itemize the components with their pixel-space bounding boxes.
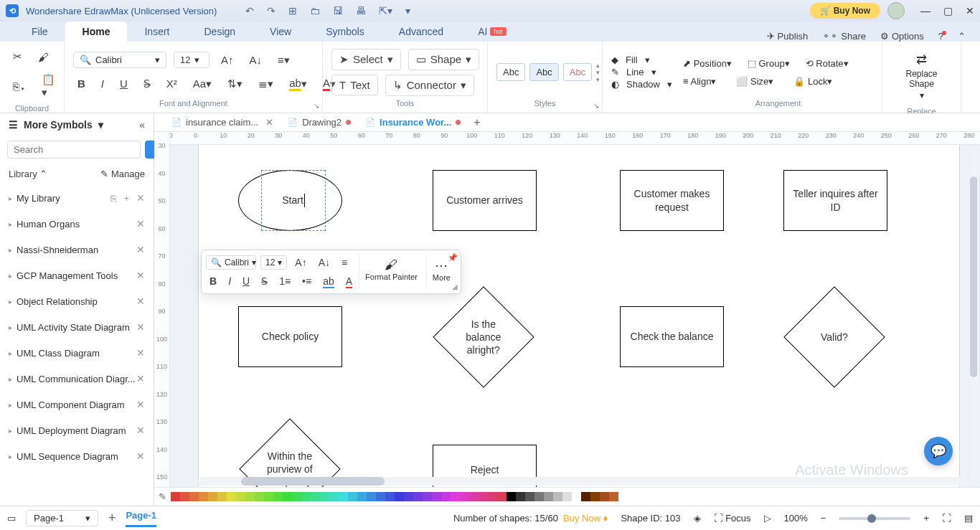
mini-underline-icon[interactable]: U [239, 273, 253, 289]
undo-icon[interactable]: ↶ [245, 5, 254, 16]
panels-toggle-icon[interactable]: ▤ [964, 513, 973, 524]
color-swatch[interactable] [562, 492, 572, 501]
paste-icon[interactable]: 📋▾ [37, 70, 60, 102]
color-swatch[interactable] [525, 492, 534, 501]
color-swatch[interactable] [171, 492, 180, 501]
color-swatch[interactable] [488, 492, 497, 501]
mini-bullets-icon[interactable]: •≡ [298, 273, 315, 289]
align-menu-icon[interactable]: ≡▾ [273, 51, 294, 70]
color-swatch[interactable] [264, 492, 273, 501]
style-preset-2[interactable]: Abc [529, 63, 558, 81]
shape-check-policy[interactable]: Check policy [238, 306, 342, 367]
sidebar-item-uml-comm[interactable]: ▸UML Communication Diagr...✕ [0, 366, 154, 392]
color-swatch[interactable] [581, 492, 590, 501]
shape-start-text-selected[interactable]: Start [261, 170, 326, 231]
menu-design[interactable]: Design [187, 22, 253, 42]
tab-close-icon[interactable]: ✕ [265, 117, 273, 128]
share-button[interactable]: ⚬⚬ Share [822, 31, 866, 42]
drawing-page[interactable]: Start Customer arrives Customer makes re… [199, 145, 959, 487]
color-swatch[interactable] [572, 492, 581, 501]
color-swatch[interactable] [217, 492, 227, 501]
mini-decrease-font-icon[interactable]: A↓ [315, 255, 334, 270]
sidebar-item-uml-deploy[interactable]: ▸UML Deployment Diagram✕ [0, 417, 154, 443]
color-swatch[interactable] [590, 492, 600, 501]
color-swatch[interactable] [255, 492, 264, 501]
page-tab[interactable]: Page-1 [126, 510, 156, 527]
v-scroll-thumb[interactable] [970, 176, 977, 377]
color-swatch[interactable] [432, 492, 441, 501]
doc-tab-drawing2[interactable]: 📄Drawing2 [281, 114, 358, 131]
zoom-slider-thumb[interactable] [867, 514, 876, 523]
color-swatch[interactable] [376, 492, 385, 501]
color-swatch[interactable] [236, 492, 245, 501]
color-swatch[interactable] [395, 492, 404, 501]
fit-page-icon[interactable]: ⛶ [942, 513, 951, 524]
mini-increase-font-icon[interactable]: A↑ [291, 255, 310, 270]
menu-insert[interactable]: Insert [127, 22, 187, 42]
sidebar-item-nassi[interactable]: ▸Nassi-Shneiderman✕ [0, 237, 154, 262]
case-icon[interactable]: Aa▾ [189, 75, 216, 93]
mini-font-combo[interactable]: 🔍 Calibri ▾ [206, 255, 256, 270]
styles-dialog-launcher-icon[interactable]: ↘ [593, 102, 599, 110]
resize-grip-icon[interactable]: ◢ [452, 283, 458, 290]
replace-shape-button[interactable]: ⇄ Replace Shape ▾ [898, 47, 944, 105]
sidebar-item-uml-component[interactable]: ▸UML Component Diagram✕ [0, 392, 154, 417]
color-swatch[interactable] [600, 492, 609, 501]
sidebar-item-uml-activity[interactable]: ▸UML Activity State Diagram✕ [0, 314, 154, 340]
font-name-combo[interactable]: 🔍 Calibri ▾ [73, 52, 166, 68]
menu-advanced[interactable]: Advanced [382, 22, 461, 42]
shape-check-balance[interactable]: Check the balance [620, 306, 724, 367]
color-swatch[interactable] [469, 492, 479, 501]
mini-italic-icon[interactable]: I [225, 273, 235, 289]
chat-help-bubble[interactable]: 💬 [924, 437, 953, 465]
vertical-scrollbar[interactable] [970, 148, 977, 478]
color-swatch[interactable] [404, 492, 413, 501]
color-swatch[interactable] [339, 492, 348, 501]
bold-icon[interactable]: B [73, 75, 90, 93]
new-icon[interactable]: ⊞ [288, 5, 297, 16]
mini-font-color-icon[interactable]: A [342, 273, 356, 289]
zoom-out-icon[interactable]: − [821, 513, 826, 524]
maximize-icon[interactable]: ▢ [943, 5, 953, 16]
color-swatch[interactable] [497, 492, 507, 501]
add-tab-button[interactable]: + [473, 116, 480, 129]
align-button[interactable]: ≡ Align▾ [683, 76, 716, 87]
color-swatch[interactable] [329, 492, 339, 501]
zoom-level-label[interactable]: 100% [784, 513, 808, 524]
group-button[interactable]: ⬚ Group▾ [748, 58, 790, 69]
color-swatch[interactable] [320, 492, 329, 501]
sidebar-item-my-library[interactable]: ▸My Library⎘+✕ [0, 185, 154, 211]
italic-icon[interactable]: I [97, 75, 108, 93]
add-page-button[interactable]: + [108, 511, 116, 526]
menu-ai[interactable]: AIhot [461, 22, 524, 42]
lock-button[interactable]: 🔒 Lock▾ [793, 76, 832, 87]
line-button[interactable]: ✎ Line ▾ [611, 67, 666, 77]
color-swatch[interactable] [227, 492, 236, 501]
color-swatch[interactable] [199, 492, 208, 501]
shape-balance-alright[interactable]: Is the balance alright? [433, 286, 534, 387]
eyedropper-icon[interactable]: ✎ [159, 491, 166, 502]
save-icon[interactable]: 🖫 [333, 5, 343, 16]
more-symbols-label[interactable]: More Symbols [24, 119, 93, 131]
color-swatch[interactable] [479, 492, 488, 501]
zoom-slider[interactable] [839, 517, 910, 520]
color-swatch[interactable] [507, 492, 516, 501]
color-swatch[interactable] [441, 492, 451, 501]
mini-highlight-icon[interactable]: ab [319, 273, 338, 289]
color-swatch[interactable] [311, 492, 320, 501]
h-scroll-thumb[interactable] [241, 477, 385, 486]
canvas-area[interactable]: Start Customer arrives Customer makes re… [170, 145, 980, 487]
collapse-ribbon-icon[interactable]: ⌃ [958, 31, 966, 42]
cut-icon[interactable]: ✂ [9, 47, 27, 66]
menu-file[interactable]: File [14, 22, 65, 42]
print-icon[interactable]: 🖶 [356, 5, 366, 16]
shadow-button[interactable]: ◐ Shadow ▾ [611, 79, 666, 90]
close-icon[interactable]: ✕ [966, 5, 974, 16]
color-swatch[interactable] [451, 492, 460, 501]
hamburger-icon[interactable]: ☰ [9, 119, 18, 131]
buy-now-button[interactable]: 🛒 Buy Now [810, 3, 880, 19]
color-swatch[interactable] [367, 492, 376, 501]
horizontal-scrollbar[interactable] [198, 477, 966, 486]
pages-panel-icon[interactable]: ▭ [7, 513, 16, 524]
style-scroll-up-icon[interactable]: ▴ [596, 62, 600, 69]
